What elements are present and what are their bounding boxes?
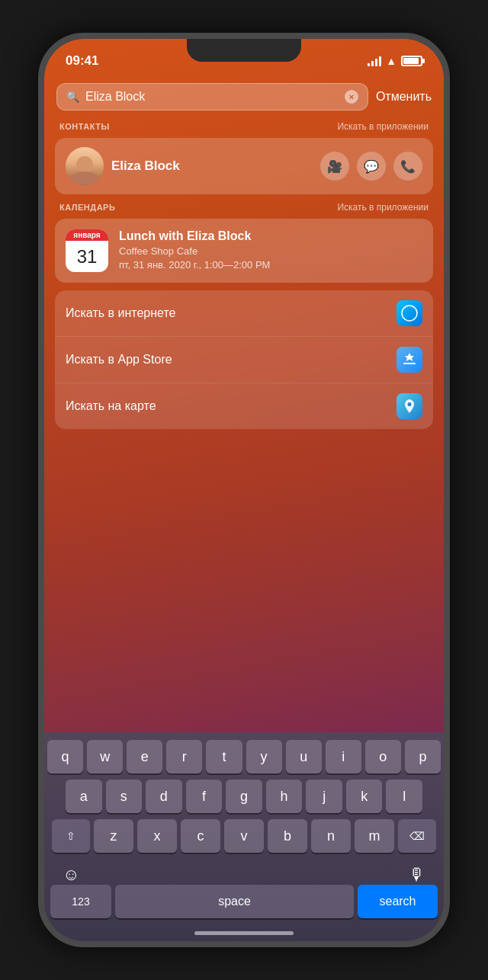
- video-call-button[interactable]: 🎥: [320, 152, 349, 181]
- search-maps-row[interactable]: Искать на карте: [55, 383, 433, 429]
- contact-card[interactable]: Eliza Block 🎥 💬 📞: [55, 138, 433, 194]
- signal-bar-3: [375, 59, 377, 66]
- calendar-card[interactable]: января 31 Lunch with Eliza Block Coffee …: [55, 219, 433, 283]
- shift-key[interactable]: ⇧: [52, 819, 90, 853]
- signal-bars-icon: [368, 56, 381, 66]
- calendar-section-header: КАЛЕНДАРЬ Искать в приложении: [44, 197, 444, 216]
- battery-fill: [403, 58, 419, 64]
- key-b[interactable]: b: [268, 819, 307, 853]
- battery-icon: [401, 56, 422, 66]
- space-key[interactable]: space: [115, 885, 354, 918]
- search-key[interactable]: search: [358, 885, 438, 918]
- key-x[interactable]: x: [137, 819, 177, 853]
- calendar-details: Lunch with Eliza Block Coffee Shop Cafe …: [119, 229, 422, 272]
- key-v[interactable]: v: [224, 819, 264, 853]
- svg-marker-2: [406, 313, 409, 316]
- contact-name: Eliza Block: [111, 159, 313, 174]
- key-c[interactable]: c: [181, 819, 220, 853]
- calendar-event-title: Lunch with Eliza Block: [119, 229, 422, 243]
- search-appstore-row[interactable]: Искать в App Store: [55, 337, 433, 383]
- calendar-section-link[interactable]: Искать в приложении: [337, 202, 429, 213]
- delete-key[interactable]: ⌫: [398, 819, 436, 853]
- key-n[interactable]: n: [311, 819, 351, 853]
- key-z[interactable]: z: [94, 819, 133, 853]
- cancel-button[interactable]: Отменить: [376, 90, 432, 104]
- search-input[interactable]: Eliza Block: [85, 90, 339, 104]
- key-l[interactable]: l: [386, 780, 422, 813]
- contacts-section-header: КОНТАКТЫ Искать в приложении: [44, 117, 444, 135]
- key-f[interactable]: f: [186, 780, 223, 813]
- key-u[interactable]: u: [286, 740, 322, 773]
- search-icon: 🔍: [66, 91, 79, 103]
- search-bar[interactable]: 🔍 Eliza Block ×: [56, 83, 368, 110]
- status-icons: ▲: [368, 55, 422, 67]
- search-options: Искать в интернете Искать в App Store: [55, 290, 433, 429]
- avatar-face: [66, 147, 104, 185]
- key-s[interactable]: s: [106, 780, 143, 813]
- calendar-event-location: Coffee Shop Cafe: [119, 245, 422, 258]
- maps-app-icon: [396, 393, 422, 419]
- contacts-section-link[interactable]: Искать в приложении: [337, 121, 429, 132]
- phone-frame: 09:41 ▲ 🔍 Eliza Block × От: [38, 33, 450, 947]
- search-internet-label: Искать в интернете: [66, 306, 396, 320]
- safari-app-icon: [396, 300, 422, 326]
- key-a[interactable]: a: [66, 780, 102, 813]
- key-p[interactable]: p: [405, 740, 441, 773]
- calendar-section-title: КАЛЕНДАРЬ: [59, 203, 115, 212]
- key-j[interactable]: j: [306, 780, 342, 813]
- calendar-icon: января 31: [66, 229, 108, 272]
- phone-screen: 09:41 ▲ 🔍 Eliza Block × От: [44, 39, 444, 941]
- microphone-button[interactable]: 🎙: [409, 865, 425, 885]
- key-o[interactable]: o: [365, 740, 401, 773]
- message-button[interactable]: 💬: [357, 152, 386, 181]
- emoji-button[interactable]: ☺: [63, 865, 79, 885]
- svg-rect-3: [403, 363, 416, 364]
- key-i[interactable]: i: [326, 740, 361, 773]
- signal-bar-4: [379, 56, 381, 66]
- appstore-app-icon: [396, 347, 422, 373]
- key-m[interactable]: m: [355, 819, 394, 853]
- message-icon: 💬: [364, 159, 379, 174]
- search-container: 🔍 Eliza Block × Отменить: [44, 77, 444, 117]
- key-g[interactable]: g: [226, 780, 262, 813]
- search-appstore-label: Искать в App Store: [66, 353, 396, 367]
- keyboard-emoji-row: ☺ spacer 🎙: [47, 859, 441, 885]
- keyboard-row-1: q w e r t y u i o p: [47, 740, 441, 773]
- key-e[interactable]: e: [127, 740, 162, 773]
- home-indicator: [194, 931, 294, 935]
- key-q[interactable]: q: [47, 740, 83, 773]
- signal-bar-1: [368, 63, 370, 66]
- safari-compass-icon: [400, 304, 419, 322]
- phone-icon: 📞: [400, 159, 416, 174]
- numbers-key[interactable]: 123: [50, 885, 111, 918]
- calendar-day: 31: [66, 241, 108, 272]
- key-r[interactable]: r: [166, 740, 202, 773]
- contact-actions: 🎥 💬 📞: [320, 152, 422, 181]
- keyboard: q w e r t y u i o p a s d f g h j k: [44, 732, 444, 941]
- keyboard-row-3: ⇧ z x c v b n m ⌫: [47, 819, 441, 853]
- search-maps-label: Искать на карте: [66, 399, 396, 413]
- wifi-icon: ▲: [386, 55, 396, 67]
- svg-point-4: [408, 402, 412, 406]
- appstore-icon-svg: [401, 351, 418, 368]
- calendar-month: января: [66, 229, 108, 241]
- call-button[interactable]: 📞: [393, 152, 422, 181]
- key-k[interactable]: k: [346, 780, 383, 813]
- status-time: 09:41: [66, 53, 98, 69]
- maps-icon-svg: [401, 398, 418, 415]
- key-w[interactable]: w: [87, 740, 123, 773]
- avatar: [66, 147, 104, 185]
- keyboard-bottom-row: 123 space search: [47, 885, 441, 918]
- contacts-section-title: КОНТАКТЫ: [59, 122, 110, 131]
- key-t[interactable]: t: [206, 740, 242, 773]
- search-clear-button[interactable]: ×: [345, 90, 358, 104]
- notch: [187, 39, 301, 62]
- signal-bar-2: [371, 61, 374, 66]
- key-y[interactable]: y: [246, 740, 282, 773]
- video-icon: 🎥: [327, 159, 342, 174]
- keyboard-row-2: a s d f g h j k l: [47, 780, 441, 813]
- key-d[interactable]: d: [146, 780, 182, 813]
- search-internet-row[interactable]: Искать в интернете: [55, 290, 433, 337]
- key-h[interactable]: h: [266, 780, 303, 813]
- contact-row: Eliza Block 🎥 💬 📞: [66, 147, 422, 185]
